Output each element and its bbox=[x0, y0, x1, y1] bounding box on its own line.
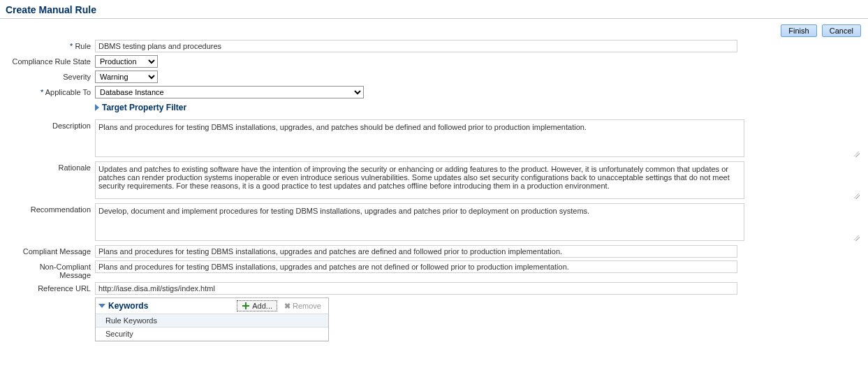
compliant-label: Compliant Message bbox=[7, 245, 95, 256]
refurl-input[interactable] bbox=[95, 282, 737, 295]
rationale-label: Rationale bbox=[7, 161, 95, 172]
compliant-input[interactable] bbox=[95, 245, 737, 258]
chevron-down-icon bbox=[98, 304, 105, 308]
keywords-add-button[interactable]: Add... bbox=[237, 300, 277, 311]
state-select[interactable]: Production bbox=[95, 55, 158, 68]
plus-icon bbox=[242, 302, 250, 310]
action-button-bar: Finish Cancel bbox=[0, 19, 868, 40]
form-area: * Rule Compliance Rule State Production … bbox=[0, 40, 868, 341]
applicable-label: * Applicable To bbox=[7, 86, 95, 96]
keywords-remove-button[interactable]: ✖ Remove bbox=[280, 301, 325, 311]
chevron-right-icon bbox=[95, 104, 99, 111]
rule-label: * Rule bbox=[7, 40, 95, 50]
target-property-filter-toggle[interactable]: Target Property Filter bbox=[95, 103, 186, 112]
cancel-button[interactable]: Cancel bbox=[822, 24, 861, 37]
description-textarea[interactable] bbox=[95, 119, 744, 157]
page-title: Create Manual Rule bbox=[6, 4, 862, 15]
page-header: Create Manual Rule bbox=[0, 0, 868, 19]
keywords-title[interactable]: Keywords bbox=[98, 301, 234, 311]
remove-icon: ✖ bbox=[284, 302, 290, 311]
noncompliant-label: Non-Compliant Message bbox=[7, 260, 95, 279]
state-label: Compliance Rule State bbox=[7, 55, 95, 66]
noncompliant-input[interactable] bbox=[95, 260, 737, 273]
refurl-label: Reference URL bbox=[7, 282, 95, 293]
keyword-row[interactable]: Security bbox=[96, 328, 328, 341]
severity-label: Severity bbox=[7, 71, 95, 81]
keywords-panel: Keywords Add... ✖ Remove Rule Keywords S… bbox=[95, 297, 329, 341]
finish-button[interactable]: Finish bbox=[781, 24, 816, 37]
rule-input[interactable] bbox=[95, 40, 737, 52]
severity-select[interactable]: Warning bbox=[95, 71, 158, 83]
keywords-column-header: Rule Keywords bbox=[96, 314, 328, 328]
applicable-select[interactable]: Database Instance bbox=[95, 86, 364, 98]
recommendation-label: Recommendation bbox=[7, 203, 95, 214]
description-label: Description bbox=[7, 119, 95, 130]
recommendation-textarea[interactable] bbox=[95, 203, 744, 241]
rationale-textarea[interactable] bbox=[95, 161, 744, 199]
